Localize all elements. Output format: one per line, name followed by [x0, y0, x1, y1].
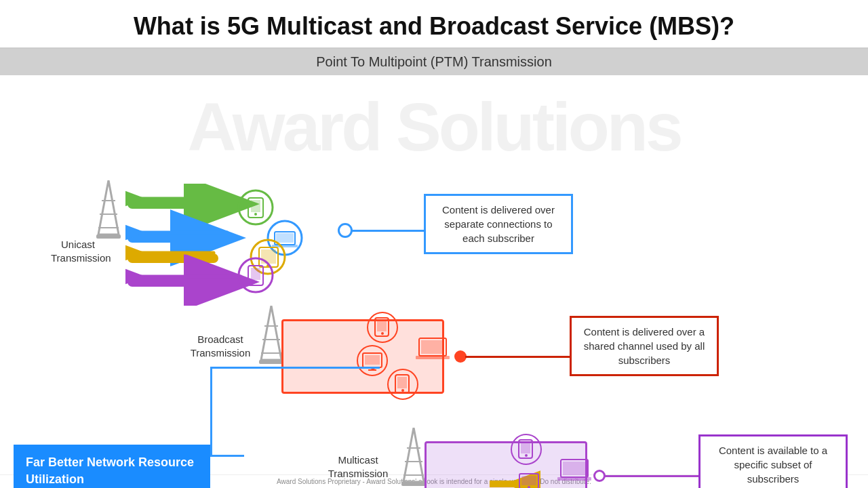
unicast-info-box: Content is delivered over separate conne…: [424, 194, 573, 254]
far-better-box: Far Better Network Resource Utilization: [14, 445, 210, 488]
svg-marker-29: [261, 306, 281, 360]
multicast-device-laptop: [557, 458, 591, 488]
multicast-device-tablet: [490, 467, 540, 488]
unicast-dot: [338, 223, 353, 238]
svg-rect-39: [421, 340, 444, 354]
multicast-label: MulticastTransmission: [324, 453, 392, 480]
broadcast-device-laptop: [416, 337, 450, 368]
svg-point-16: [254, 213, 257, 216]
page-title: What is 5G Multicast and Broadcast Servi…: [14, 12, 854, 41]
svg-marker-50: [403, 428, 424, 482]
broadcast-connector-line: [465, 356, 574, 358]
svg-rect-33: [259, 360, 283, 364]
multicast-device-phone1: [510, 433, 542, 468]
vertical-connector: [210, 367, 212, 455]
svg-point-37: [381, 332, 384, 335]
horizontal-connector-right: [210, 367, 380, 369]
unicast-label: UnicastTransmission: [51, 238, 105, 264]
multicast-info-box: Content is available to a specific subse…: [698, 434, 848, 488]
broadcast-device-phone2: [387, 368, 419, 403]
unicast-device-phone2: [237, 257, 275, 297]
unicast-tower: [88, 180, 129, 244]
svg-point-58: [525, 454, 528, 457]
svg-rect-61: [557, 477, 591, 481]
svg-point-28: [254, 281, 257, 283]
svg-rect-48: [397, 377, 407, 388]
svg-rect-64: [521, 476, 536, 485]
broadcast-device-phone1: [366, 311, 399, 346]
svg-point-49: [401, 389, 404, 392]
svg-rect-15: [251, 200, 260, 212]
svg-rect-43: [365, 355, 380, 365]
horizontal-connector-left: [210, 455, 244, 457]
svg-rect-60: [563, 462, 586, 475]
svg-rect-40: [416, 356, 450, 359]
main-diagram: UnicastTransmission: [0, 75, 868, 472]
svg-rect-27: [251, 268, 260, 280]
broadcast-info-box: Content is delivered over a shared chann…: [570, 316, 719, 376]
svg-rect-57: [521, 442, 530, 453]
subtitle-text: Point To Multipoint (PTM) Transmission: [316, 54, 552, 69]
broadcast-device-monitor: [356, 344, 389, 380]
svg-rect-54: [401, 482, 426, 486]
unicast-connector-line: [351, 230, 426, 232]
svg-rect-36: [377, 320, 387, 331]
multicast-connector-line: [604, 475, 699, 477]
page-header: What is 5G Multicast and Broadcast Servi…: [0, 0, 868, 49]
svg-marker-0: [98, 180, 119, 235]
broadcast-label: BroadcastTransmission: [190, 333, 251, 359]
subtitle-bar: Point To Multipoint (PTM) Transmission: [0, 49, 868, 75]
